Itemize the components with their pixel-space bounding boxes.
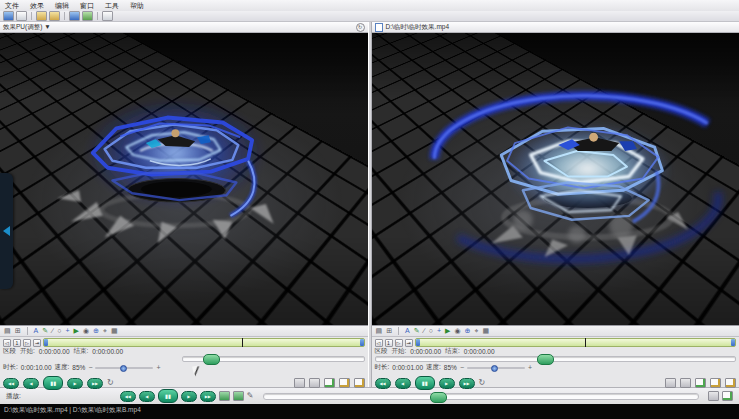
save-as-icon[interactable] xyxy=(710,378,721,388)
left-pane-title[interactable]: 效果PU(调整) ▼ xyxy=(3,23,51,32)
film-icon[interactable] xyxy=(309,378,320,388)
speed-slider[interactable] xyxy=(467,367,525,369)
global-step-back-button[interactable]: ◀ xyxy=(139,391,155,402)
speed-plus-button[interactable]: + xyxy=(156,365,160,371)
export-icon[interactable] xyxy=(102,11,113,21)
save-frame-icon[interactable] xyxy=(324,378,335,388)
left-viewport[interactable] xyxy=(0,33,368,325)
line-tool-icon[interactable]: ∕ xyxy=(52,326,53,336)
window-icon[interactable] xyxy=(16,11,27,21)
save-icon[interactable] xyxy=(3,11,14,21)
speed-minus-button[interactable]: − xyxy=(88,365,92,371)
frame-number-button[interactable]: 1 xyxy=(13,339,21,347)
global-pause-button[interactable]: ▮▮ xyxy=(158,389,178,403)
left-range-bar[interactable] xyxy=(43,338,365,347)
tile-icon[interactable]: ▦ xyxy=(111,326,118,336)
right-range-bar[interactable] xyxy=(415,338,737,347)
export-frame-icon[interactable] xyxy=(354,378,365,388)
step-back-button[interactable]: ◀ xyxy=(395,378,411,389)
goto-end-button[interactable]: ⇥ xyxy=(33,339,41,347)
skip-end-button[interactable]: ▶▶ xyxy=(459,378,475,389)
skip-end-button[interactable]: ▶▶ xyxy=(87,378,103,389)
global-step-forward-button[interactable]: ▶ xyxy=(181,391,197,402)
grid-icon[interactable]: ▤ xyxy=(4,326,11,336)
save-as-icon[interactable] xyxy=(339,378,350,388)
text-tool-icon[interactable]: A xyxy=(405,326,410,336)
circle-tool-icon[interactable]: ○ xyxy=(57,326,61,336)
speed-minus-button[interactable]: − xyxy=(460,365,464,371)
line-tool-icon[interactable]: ∕ xyxy=(424,326,425,336)
export-doc-icon[interactable] xyxy=(722,391,733,401)
camera-icon[interactable] xyxy=(294,378,305,388)
target-icon[interactable]: ⊕ xyxy=(465,326,471,336)
range-start-pin[interactable] xyxy=(416,339,420,346)
play-tool-icon[interactable]: ▶ xyxy=(74,326,79,336)
global-seek-thumb[interactable] xyxy=(430,392,447,403)
pause-button[interactable]: ▮▮ xyxy=(415,376,435,390)
export-frame-icon[interactable] xyxy=(725,378,736,388)
loop-icon[interactable]: ↻ xyxy=(479,378,486,388)
goto-end-button[interactable]: ⇥ xyxy=(405,339,413,347)
target-icon[interactable]: ⊕ xyxy=(93,326,99,336)
add-node-icon[interactable]: + xyxy=(437,326,441,336)
speed-slider-thumb[interactable] xyxy=(491,365,498,372)
reset-view-icon[interactable]: ⊞ xyxy=(15,326,21,336)
step-forward-button[interactable]: ▶ xyxy=(439,378,455,389)
menu-help[interactable]: 帮助 xyxy=(130,1,144,11)
folder-add-icon[interactable] xyxy=(49,11,60,21)
add-node-icon[interactable]: + xyxy=(65,326,69,336)
layers-icon[interactable] xyxy=(82,11,93,21)
menu-tools[interactable]: 工具 xyxy=(105,1,119,11)
circle-tool-icon[interactable]: ○ xyxy=(429,326,433,336)
tile-icon[interactable]: ▦ xyxy=(482,326,489,336)
global-skip-end-button[interactable]: ▶▶ xyxy=(200,391,216,402)
pencil-icon[interactable]: ✎ xyxy=(414,326,420,336)
grid-icon[interactable]: ▤ xyxy=(376,326,383,336)
pencil-icon[interactable]: ✎ xyxy=(42,326,48,336)
zoom-icon[interactable]: ⌖ xyxy=(103,326,107,336)
skip-start-button[interactable]: ◀◀ xyxy=(3,378,19,389)
playhead-tick[interactable] xyxy=(585,338,586,347)
play-tool-icon[interactable]: ▶ xyxy=(445,326,450,336)
menu-edit[interactable]: 编辑 xyxy=(55,1,69,11)
zoom-icon[interactable]: ⌖ xyxy=(474,326,478,336)
step-forward-button[interactable]: ▶ xyxy=(67,378,83,389)
speed-slider[interactable] xyxy=(95,367,153,369)
seek-thumb[interactable] xyxy=(203,354,220,365)
text-tool-icon[interactable]: A xyxy=(34,326,39,336)
right-viewport[interactable] xyxy=(372,33,739,325)
step-back-button[interactable]: ◀ xyxy=(23,378,39,389)
range-prev-button[interactable]: ◁ xyxy=(375,339,383,347)
images-icon[interactable] xyxy=(69,11,80,21)
frame-number-button[interactable]: 1 xyxy=(385,339,393,347)
playhead-tick[interactable] xyxy=(242,338,243,347)
loop-icon[interactable]: ↻ xyxy=(107,378,114,388)
seek-thumb[interactable] xyxy=(537,354,554,365)
global-skip-start-button[interactable]: ◀◀ xyxy=(120,391,136,402)
speed-slider-thumb[interactable] xyxy=(120,365,127,372)
skip-start-button[interactable]: ◀◀ xyxy=(375,378,391,389)
pause-button[interactable]: ▮▮ xyxy=(43,376,63,390)
range-end-pin[interactable] xyxy=(360,339,364,346)
refresh-icon[interactable]: ↻ xyxy=(356,23,365,32)
film-icon[interactable] xyxy=(680,378,691,388)
range-end-pin[interactable] xyxy=(731,339,735,346)
range-prev-button[interactable]: ◁ xyxy=(3,339,11,347)
speed-plus-button[interactable]: + xyxy=(528,365,532,371)
range-start-pin[interactable] xyxy=(44,339,48,346)
camera-icon[interactable] xyxy=(665,378,676,388)
right-seek-bar[interactable] xyxy=(375,356,737,362)
range-next-button[interactable]: ▷ xyxy=(23,339,31,347)
brush-icon[interactable]: ✎ xyxy=(247,391,254,401)
menu-file[interactable]: 文件 xyxy=(5,1,19,11)
menu-window[interactable]: 窗口 xyxy=(80,1,94,11)
right-pane-title[interactable]: D:\临时\临时效果.mp4 xyxy=(386,23,450,32)
loop-icon[interactable] xyxy=(219,391,230,401)
global-seek-bar[interactable] xyxy=(263,393,699,400)
folder-open-icon[interactable] xyxy=(36,11,47,21)
range-next-button[interactable]: ▷ xyxy=(395,339,403,347)
menu-effect[interactable]: 效果 xyxy=(30,1,44,11)
side-drawer-handle[interactable] xyxy=(0,173,13,289)
save-frame-icon[interactable] xyxy=(695,378,706,388)
left-seek-bar[interactable] xyxy=(182,356,364,362)
